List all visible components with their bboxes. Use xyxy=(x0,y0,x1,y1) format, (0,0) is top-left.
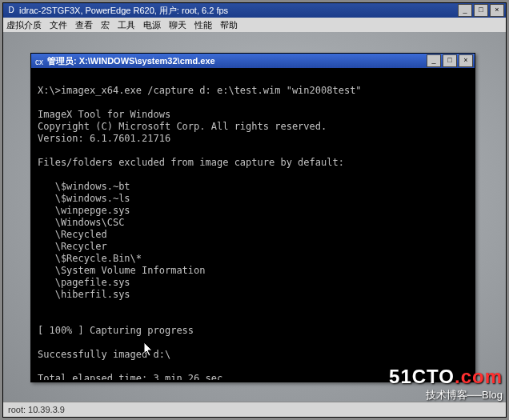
menu-help[interactable]: 帮助 xyxy=(220,18,238,32)
menu-power[interactable]: 电源 xyxy=(143,18,161,32)
cmd-output[interactable]: X:\>imagex_x64.exe /capture d: e:\test.w… xyxy=(33,70,473,380)
menu-performance[interactable]: 性能 xyxy=(194,18,212,32)
watermark: 51CTO.com 技术博客──Blog xyxy=(389,366,503,402)
menu-virtual-media[interactable]: 虚拟介质 xyxy=(6,18,42,32)
watermark-sub: 技术博客──Blog xyxy=(389,388,503,402)
vnc-title: idrac-2STGF3X, PowerEdge R620, 用户: root,… xyxy=(19,3,456,18)
cmd-close-button[interactable]: × xyxy=(459,54,473,67)
vnc-window: D idrac-2STGF3X, PowerEdge R620, 用户: roo… xyxy=(2,2,507,418)
vnc-window-controls: _ □ × xyxy=(456,4,504,17)
cmd-window-controls: _ □ × xyxy=(425,54,473,67)
menu-tools[interactable]: 工具 xyxy=(118,18,135,32)
cmd-titlebar: cx 管理员: X:\WINDOWS\system32\cmd.exe _ □ … xyxy=(31,54,475,68)
menu-chat[interactable]: 聊天 xyxy=(169,18,186,32)
menu-file[interactable]: 文件 xyxy=(50,18,67,32)
cmd-maximize-button[interactable]: □ xyxy=(443,54,457,67)
maximize-button[interactable]: □ xyxy=(474,4,488,17)
vnc-titlebar: D idrac-2STGF3X, PowerEdge R620, 用户: roo… xyxy=(3,3,506,18)
watermark-brand: 51CTO.com xyxy=(389,366,503,388)
status-text: root: 10.39.3.9 xyxy=(8,405,65,414)
cmd-icon: cx xyxy=(34,55,45,66)
menu-view[interactable]: 查看 xyxy=(75,18,93,32)
app-icon: D xyxy=(6,5,17,16)
menubar: 虚拟介质 文件 查看 宏 工具 电源 聊天 性能 帮助 xyxy=(3,18,506,33)
close-button[interactable]: × xyxy=(490,4,504,17)
cmd-window[interactable]: cx 管理员: X:\WINDOWS\system32\cmd.exe _ □ … xyxy=(30,53,475,382)
menu-macro[interactable]: 宏 xyxy=(101,18,110,32)
cmd-minimize-button[interactable]: _ xyxy=(427,54,441,67)
cmd-title-text: 管理员: X:\WINDOWS\system32\cmd.exe xyxy=(47,54,425,68)
remote-desktop[interactable]: cx 管理员: X:\WINDOWS\system32\cmd.exe _ □ … xyxy=(3,32,506,402)
statusbar: root: 10.39.3.9 xyxy=(3,402,506,417)
minimize-button[interactable]: _ xyxy=(458,4,472,17)
